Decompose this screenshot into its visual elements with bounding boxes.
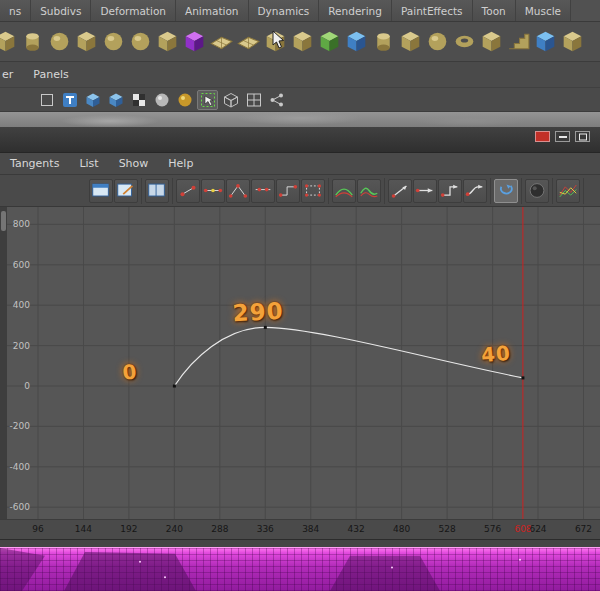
shelf-tab-rendering[interactable]: Rendering: [319, 0, 392, 21]
frame-range-icon[interactable]: [145, 179, 169, 203]
vertical-scrollbar[interactable]: [0, 207, 7, 519]
poly-mirror-icon[interactable]: [0, 25, 19, 59]
ge-toolbar-group: [142, 178, 173, 204]
cycle-infinity-icon[interactable]: [494, 179, 518, 203]
insert-keys-icon[interactable]: [201, 179, 225, 203]
step-tangents-icon[interactable]: [438, 179, 462, 203]
poly-plane-icon[interactable]: [208, 25, 235, 59]
panel-menubar: erPanels: [0, 62, 600, 88]
poly-stairs-icon[interactable]: [505, 25, 532, 59]
lit-sphere-icon[interactable]: [174, 90, 195, 110]
x-axis-label: 624: [529, 524, 546, 534]
xray-cube-icon[interactable]: [220, 90, 241, 110]
poly-bevel-icon[interactable]: [316, 25, 343, 59]
flat-tangents-icon[interactable]: [413, 179, 437, 203]
y-axis-label: -200: [4, 421, 30, 431]
shelf-tab-animation[interactable]: Animation: [176, 0, 249, 21]
shaded-cube-icon[interactable]: [105, 90, 126, 110]
curve-colors-icon[interactable]: [556, 179, 580, 203]
shelf-tab-muscle[interactable]: Muscle: [516, 0, 571, 21]
add-keys-icon[interactable]: [226, 179, 250, 203]
viewport-sky[interactable]: [0, 112, 600, 127]
key-annotation-0: 0: [121, 359, 138, 384]
x-axis-label: 336: [257, 524, 274, 534]
graph-area[interactable]: 8006004002000-200-400-600029040: [0, 207, 600, 519]
ge-toolbar-group: [553, 178, 584, 204]
y-axis-label: 800: [4, 219, 30, 229]
panel-menu-er[interactable]: er: [0, 62, 23, 87]
x-axis-label: 672: [575, 524, 592, 534]
x-axis-label: 96: [32, 524, 43, 534]
ge-toolbar-group: [173, 178, 329, 204]
poly-subdiv-cube-icon[interactable]: [154, 25, 181, 59]
text-tool-icon[interactable]: [59, 90, 80, 110]
shelf-tab-ns[interactable]: ns: [0, 0, 31, 21]
ge-menu-list[interactable]: List: [69, 153, 108, 174]
poly-reduce-icon[interactable]: [73, 25, 100, 59]
flat-keys-icon[interactable]: [251, 179, 275, 203]
wireframe-cube-icon[interactable]: [82, 90, 103, 110]
default-material-icon[interactable]: [151, 90, 172, 110]
maximize-button[interactable]: [575, 131, 590, 142]
poly-pipe-icon[interactable]: [370, 25, 397, 59]
x-axis-label: 288: [211, 524, 228, 534]
buffer-curve-icon[interactable]: [525, 179, 549, 203]
key-stats-icon[interactable]: [114, 179, 138, 203]
plateau-tangents-icon[interactable]: [463, 179, 487, 203]
poly-soccer-icon[interactable]: [424, 25, 451, 59]
select-tool-icon[interactable]: [36, 90, 57, 110]
ge-toolbar-group: [491, 178, 522, 204]
textured-checker-icon[interactable]: [128, 90, 149, 110]
ge-toolbar-group: [385, 178, 491, 204]
shelf-icons: [0, 22, 600, 62]
shelf-tab-subdivs[interactable]: Subdivs: [31, 0, 91, 21]
y-axis-label: 0: [4, 381, 30, 391]
poly-cube-purple-icon[interactable]: [181, 25, 208, 59]
ground-shapes: [0, 548, 600, 591]
poly-sphere-wire-icon[interactable]: [100, 25, 127, 59]
minimize-button[interactable]: [555, 131, 570, 142]
x-axis-label: 384: [302, 524, 319, 534]
x-axis-label: 432: [348, 524, 365, 534]
lattice-keys-icon[interactable]: [301, 179, 325, 203]
graph-snapshot-icon[interactable]: [89, 179, 113, 203]
ge-menu-show[interactable]: Show: [109, 153, 159, 174]
poly-prism-icon[interactable]: [343, 25, 370, 59]
ge-toolbar-group: [522, 178, 553, 204]
y-axis-label: 200: [4, 341, 30, 351]
shelf-tab-toon[interactable]: Toon: [473, 0, 516, 21]
step-keys-icon[interactable]: [276, 179, 300, 203]
poly-select-face-icon[interactable]: [235, 25, 262, 59]
shelf-tab-painteffects[interactable]: PaintEffects: [392, 0, 473, 21]
move-nearest-key-icon[interactable]: [176, 179, 200, 203]
isolate-select-icon[interactable]: [197, 90, 218, 110]
ge-menu-tangents[interactable]: Tangents: [0, 153, 69, 174]
x-axis-label: 528: [439, 524, 456, 534]
clamped-tangents-icon[interactable]: [357, 179, 381, 203]
ge-toolbar-group: [86, 178, 142, 204]
share-view-icon[interactable]: [266, 90, 287, 110]
viewport-ground[interactable]: [0, 547, 600, 591]
y-axis-label: 600: [4, 260, 30, 270]
poly-cylinder-icon[interactable]: [19, 25, 46, 59]
poly-merge-icon[interactable]: [478, 25, 505, 59]
poly-uv-icon[interactable]: [559, 25, 586, 59]
panel-layout-icon[interactable]: [243, 90, 264, 110]
poly-helix-icon[interactable]: [397, 25, 424, 59]
shelf-tab-dynamics[interactable]: Dynamics: [249, 0, 320, 21]
poly-torus-icon[interactable]: [451, 25, 478, 59]
poly-smooth-icon[interactable]: [46, 25, 73, 59]
ge-toolbar: [0, 175, 600, 207]
poly-bridge-icon[interactable]: [289, 25, 316, 59]
spline-tangents-icon[interactable]: [332, 179, 356, 203]
close-button[interactable]: [535, 131, 550, 142]
panel-menu-panels[interactable]: Panels: [23, 62, 78, 87]
poly-spheres-icon[interactable]: [127, 25, 154, 59]
x-axis-strip: 608 961441922402883363844324805285766246…: [0, 519, 600, 539]
linear-tangents-icon[interactable]: [388, 179, 412, 203]
ge-titlebar[interactable]: [0, 127, 600, 153]
ge-menu-help[interactable]: Help: [158, 153, 203, 174]
poly-edge-cube-icon[interactable]: [532, 25, 559, 59]
panel-toolbar: [0, 88, 600, 112]
shelf-tab-deformation[interactable]: Deformation: [91, 0, 176, 21]
